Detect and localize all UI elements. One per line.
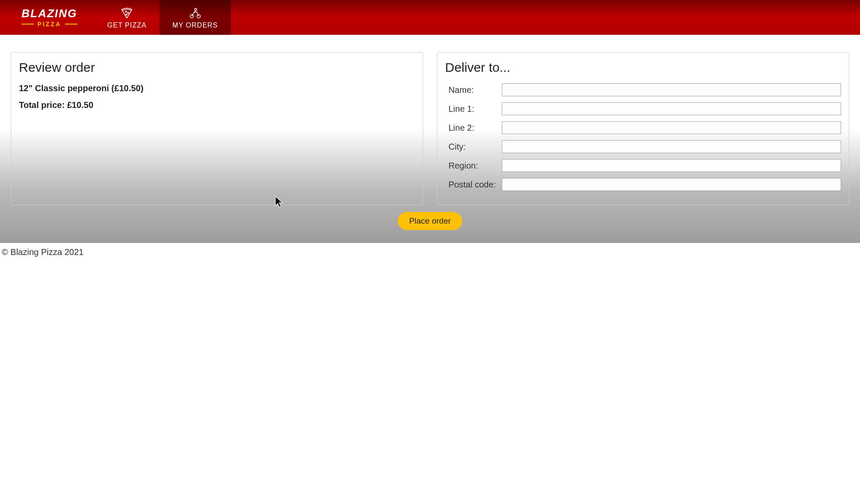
input-line2[interactable]: [502, 121, 841, 134]
place-order-button[interactable]: Place order: [398, 212, 462, 230]
review-order-title: Review order: [19, 60, 415, 75]
field-row-line2: Line 2:: [445, 121, 841, 134]
label-line2: Line 2:: [445, 123, 502, 133]
field-row-postal: Postal code:: [445, 178, 841, 191]
total-value: £10.50: [67, 100, 93, 110]
brand-logo: BLAZING PIZZA: [0, 8, 95, 28]
label-name: Name:: [445, 85, 502, 95]
input-line1[interactable]: [502, 102, 841, 115]
main-nav: GET PIZZA MY ORDERS: [95, 0, 231, 35]
brand-bottom: PIZZA: [22, 21, 77, 28]
svg-point-1: [128, 12, 129, 13]
input-city[interactable]: [502, 140, 841, 153]
pizza-slice-icon: [120, 6, 134, 20]
input-name[interactable]: [502, 83, 841, 96]
brand-top: BLAZING: [22, 8, 77, 19]
label-city: City:: [445, 142, 502, 152]
order-total: Total price: £10.50: [19, 100, 415, 110]
delivery-title: Deliver to...: [445, 60, 841, 75]
action-row: Place order: [11, 212, 849, 230]
field-row-city: City:: [445, 140, 841, 153]
nav-my-orders-label: MY ORDERS: [172, 22, 218, 29]
app-header: BLAZING PIZZA GET PIZZA MY ORDERS: [0, 0, 860, 35]
field-row-name: Name:: [445, 83, 841, 96]
footer-copyright: © Blazing Pizza 2021: [0, 243, 860, 261]
nav-get-pizza[interactable]: GET PIZZA: [95, 0, 160, 35]
delivery-panel: Deliver to... Name: Line 1: Line 2: City…: [437, 52, 849, 205]
svg-point-0: [126, 11, 127, 12]
review-order-panel: Review order 12" Classic pepperoni (£10.…: [11, 52, 423, 205]
svg-point-2: [126, 14, 127, 15]
field-row-line1: Line 1:: [445, 102, 841, 115]
svg-point-5: [194, 8, 197, 10]
label-line1: Line 1:: [445, 104, 502, 114]
input-postal[interactable]: [502, 178, 841, 191]
field-row-region: Region:: [445, 159, 841, 172]
panels-row: Review order 12" Classic pepperoni (£10.…: [11, 52, 849, 205]
label-postal: Postal code:: [445, 180, 502, 190]
checkout-content: Review order 12" Classic pepperoni (£10.…: [0, 35, 860, 243]
nav-get-pizza-label: GET PIZZA: [108, 22, 147, 29]
delivery-bike-icon: [188, 6, 202, 20]
order-item: 12" Classic pepperoni (£10.50): [19, 83, 415, 93]
label-region: Region:: [445, 161, 502, 171]
total-label: Total price:: [19, 100, 64, 110]
input-region[interactable]: [502, 159, 841, 172]
nav-my-orders[interactable]: MY ORDERS: [160, 0, 231, 35]
